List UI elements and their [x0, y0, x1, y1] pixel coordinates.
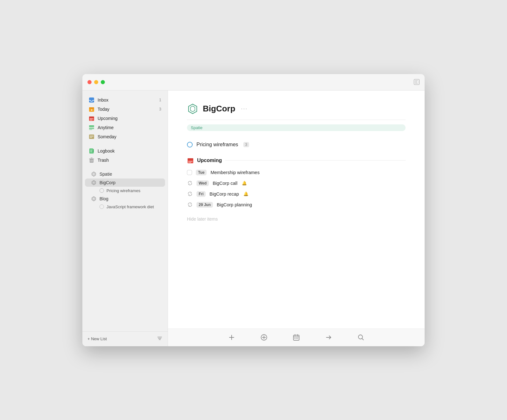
upcoming-section-icon	[187, 157, 194, 164]
upcoming-checkbox-0[interactable]	[187, 170, 192, 175]
sidebar-subitem-pricing-wireframes[interactable]: Pricing wireframes	[85, 187, 165, 194]
project-tag[interactable]: Spatie	[187, 124, 406, 131]
svg-rect-31	[188, 158, 193, 160]
upcoming-label-2: BigCorp recap	[209, 191, 239, 197]
sidebar-item-someday[interactable]: Someday	[85, 132, 165, 141]
sidebar-item-upcoming[interactable]: Upcoming	[85, 114, 165, 123]
sidebar-item-inbox[interactable]: Inbox 1	[85, 96, 165, 104]
today-icon: ★	[89, 106, 94, 112]
blog-label: Blog	[99, 196, 108, 201]
svg-rect-48	[297, 338, 298, 339]
new-list-label: + New List	[87, 336, 107, 341]
new-list-button[interactable]: + New List	[87, 336, 107, 341]
sidebar-item-trash[interactable]: Trash	[85, 156, 165, 165]
repeat-icon-2	[187, 191, 193, 197]
svg-rect-14	[89, 128, 94, 129]
upcoming-day-0: Tue	[196, 170, 207, 175]
svg-rect-47	[296, 338, 297, 339]
upcoming-label-3: BigCorp planning	[217, 202, 252, 207]
window-mode-button[interactable]	[414, 79, 420, 85]
add-button[interactable]	[228, 334, 235, 341]
window-body: Inbox 1 ★ Today 3	[82, 91, 425, 346]
js-framework-sub-label: JavaScript framework diet	[106, 204, 154, 209]
sidebar-project-spatie[interactable]: Spatie	[85, 170, 165, 178]
svg-rect-22	[90, 159, 93, 163]
upcoming-section-title: Upcoming	[197, 158, 222, 163]
someday-label: Someday	[98, 134, 161, 139]
pricing-wireframes-sub-icon	[99, 188, 104, 193]
upcoming-item-3: 29 Jun BigCorp planning	[187, 199, 406, 210]
title-bar	[82, 74, 425, 91]
svg-rect-20	[93, 149, 94, 153]
upcoming-icon	[89, 116, 94, 121]
upcoming-label-1: BigCorp call	[213, 181, 237, 186]
upcoming-section-header: Upcoming	[187, 157, 406, 164]
svg-rect-34	[191, 161, 192, 162]
bigcorp-label: BigCorp	[99, 180, 116, 185]
today-label: Today	[98, 107, 156, 112]
svg-rect-32	[189, 161, 189, 162]
sidebar-item-anytime[interactable]: Anytime	[85, 123, 165, 132]
svg-rect-1	[416, 80, 416, 84]
project-header: BigCorp ···	[187, 103, 406, 115]
logbook-icon	[89, 148, 94, 154]
sidebar-project-blog[interactable]: Blog	[85, 195, 165, 203]
add-task-button[interactable]	[260, 334, 267, 341]
sidebar-divider-2	[85, 165, 165, 170]
svg-rect-24	[91, 158, 93, 158]
inbox-icon	[89, 97, 94, 103]
sidebar-divider-1	[85, 141, 165, 147]
svg-rect-13	[89, 125, 94, 127]
sidebar-project-bigcorp[interactable]: BigCorp	[85, 179, 165, 187]
sidebar-footer: + New List	[82, 331, 168, 346]
svg-rect-46	[294, 338, 295, 339]
project-title: BigCorp	[203, 104, 235, 114]
hide-later-button[interactable]: Hide later items	[187, 216, 406, 222]
svg-line-51	[362, 339, 364, 340]
anytime-icon	[89, 125, 94, 130]
move-button[interactable]	[325, 334, 332, 341]
spatie-label: Spatie	[99, 172, 112, 177]
filter-icon[interactable]	[157, 335, 163, 342]
upcoming-day-2: Fri	[196, 191, 206, 197]
task-label-pricing: Pricing wireframes	[196, 142, 238, 147]
upcoming-item-1: Wed BigCorp call 🔔	[187, 178, 406, 189]
sidebar-item-today[interactable]: ★ Today 3	[85, 105, 165, 114]
upcoming-section-divider	[225, 160, 406, 160]
search-button[interactable]	[357, 334, 364, 341]
svg-rect-10	[93, 118, 93, 119]
trash-label: Trash	[98, 158, 161, 163]
sidebar-item-logbook[interactable]: Logbook	[85, 147, 165, 155]
svg-rect-15	[89, 129, 92, 130]
svg-rect-12	[91, 120, 92, 120]
main-content: BigCorp ··· Spatie Pricing wireframes 3	[168, 91, 425, 329]
sidebar-subitem-js-framework[interactable]: JavaScript framework diet	[85, 203, 165, 210]
svg-rect-7	[89, 116, 94, 118]
calendar-button[interactable]	[293, 334, 300, 341]
more-options-button[interactable]: ···	[241, 105, 248, 112]
upcoming-day-3: 29 Jun	[196, 202, 213, 208]
repeat-icon-1	[187, 180, 193, 186]
pricing-wireframes-sub-label: Pricing wireframes	[106, 188, 140, 193]
logbook-label: Logbook	[98, 148, 161, 154]
bell-icon-2: 🔔	[243, 191, 248, 196]
svg-rect-33	[190, 161, 191, 162]
upcoming-label: Upcoming	[98, 116, 158, 121]
task-row-pricing: Pricing wireframes 3	[187, 140, 406, 149]
spatie-project-icon	[91, 172, 96, 177]
upcoming-item-2: Fri BigCorp recap 🔔	[187, 189, 406, 199]
maximize-button[interactable]	[101, 80, 105, 84]
svg-rect-0	[415, 80, 418, 84]
svg-rect-16	[89, 135, 94, 139]
svg-rect-8	[90, 118, 91, 119]
anytime-label: Anytime	[98, 125, 161, 130]
upcoming-label-0: Membership wireframes	[210, 170, 260, 175]
close-button[interactable]	[87, 80, 92, 84]
task-count-pricing: 3	[243, 142, 249, 147]
svg-rect-35	[189, 162, 189, 163]
task-checkbox-pricing[interactable]	[187, 142, 193, 147]
svg-text:★: ★	[91, 109, 93, 111]
today-badge: 3	[159, 107, 161, 111]
upcoming-day-1: Wed	[196, 180, 209, 186]
minimize-button[interactable]	[94, 80, 98, 84]
